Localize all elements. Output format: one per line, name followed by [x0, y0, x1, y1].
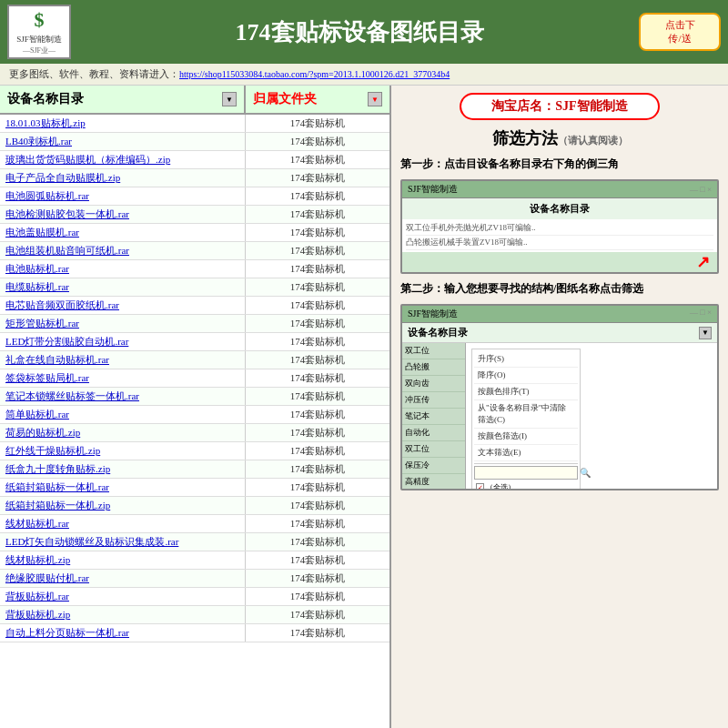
- cell-file-name[interactable]: 电池盖贴膜机.rar: [0, 224, 246, 241]
- cell-file-name[interactable]: 纸盒九十度转角贴标.zip: [0, 460, 246, 478]
- cell-folder: 174套贴标机: [246, 169, 389, 187]
- table-row: 筒单贴标机.rar 174套贴标机: [0, 406, 389, 424]
- cell-folder: 174套贴标机: [246, 278, 389, 296]
- cell-file-name[interactable]: 电池贴标机.rar: [0, 260, 246, 278]
- table-row: 纸箱封箱贴标一体机.rar 174套贴标机: [0, 479, 389, 497]
- cell-folder: 174套贴标机: [246, 388, 389, 405]
- menu-item[interactable]: 文本筛选(E): [474, 445, 578, 461]
- step2-list-item[interactable]: 冲压传: [402, 392, 465, 409]
- cell-file-name[interactable]: 矩形管贴标机.rar: [0, 315, 246, 332]
- cell-file-name[interactable]: LED灯矢自动锁螺丝及贴标识集成装.rar: [0, 533, 246, 551]
- table-row: LED灯带分割贴胶自动机.rar 174套贴标机: [0, 333, 389, 351]
- filter-all-item[interactable]: （全选）: [474, 481, 578, 489]
- cell-file-name[interactable]: 电芯贴音频双面胶纸机.rar: [0, 297, 246, 314]
- cell-file-name[interactable]: 自动上料分页贴标一体机.rar: [0, 624, 246, 642]
- table-row: 矩形管贴标机.rar 174套贴标机: [0, 315, 389, 333]
- cell-file-name[interactable]: 筒单贴标机.rar: [0, 406, 246, 423]
- cell-file-name[interactable]: LED灯带分割贴胶自动机.rar: [0, 333, 246, 350]
- step2-list-item[interactable]: 自动化: [402, 425, 465, 441]
- checkbox-all[interactable]: [476, 483, 484, 489]
- cell-file-name[interactable]: 礼盒在线自动贴标机.rar: [0, 351, 246, 369]
- cell-file-name[interactable]: 绝缘胶膜贴付机.rar: [0, 570, 246, 587]
- cell-folder: 174套贴标机: [246, 151, 389, 168]
- cell-file-name[interactable]: 笔记本锁螺丝贴标签一体机.rar: [0, 388, 246, 405]
- table-row: 电池圆弧贴标机.rar 174套贴标机: [0, 187, 389, 206]
- cell-file-name[interactable]: 背板贴标机.rar: [0, 588, 246, 605]
- step2-list-item[interactable]: 双向齿: [402, 376, 465, 392]
- col-name-dropdown[interactable]: ▼: [222, 92, 237, 106]
- table-row: 背板贴标机.zip 174套贴标机: [0, 606, 389, 624]
- cell-folder: 174套贴标机: [246, 588, 389, 605]
- filter-list: （全选）(FBO)自动贴标签机(FBO2)饮料瓶贴标机(STEF)大型全自组装机…: [474, 481, 578, 489]
- mini-window-rows: 双工位手机外壳抛光机ZV18可编输..凸轮搬运机械手装置ZV18可编输..: [402, 219, 717, 252]
- table-row: 电池组装机贴音响可纸机.rar 174套贴标机: [0, 242, 389, 260]
- table-row: 背板贴标机.rar 174套贴标机: [0, 588, 389, 606]
- step2-body: 双工位凸轮搬双向齿冲压传笔记本自动化双工位保压冷高精度自动检料带自端子搬 升序(…: [402, 343, 717, 489]
- menu-item[interactable]: 降序(O): [474, 368, 578, 384]
- cell-folder: 174套贴标机: [246, 497, 389, 514]
- cell-folder: 174套贴标机: [246, 479, 389, 496]
- menu-item[interactable]: 从"设备名称目录"中清除筛选(C): [474, 400, 578, 429]
- bubble-line1: 点击下: [648, 18, 712, 32]
- cell-folder: 174套贴标机: [246, 206, 389, 223]
- step2-dropdown[interactable]: ▼: [699, 327, 712, 339]
- cell-file-name[interactable]: 荷易的贴标机.zip: [0, 424, 246, 441]
- cell-folder: 174套贴标机: [246, 533, 389, 551]
- filter-title: 筛选方法（请认真阅读）: [391, 127, 728, 149]
- step2-list-item[interactable]: 保压冷: [402, 458, 465, 474]
- table-row: 纸箱封箱贴标一体机.zip 174套贴标机: [0, 497, 389, 515]
- cell-folder: 174套贴标机: [246, 460, 389, 478]
- cell-file-name[interactable]: 红外线干燥贴标机.zip: [0, 442, 246, 460]
- step2-title: 设备名称目录: [408, 326, 468, 339]
- step2-list-item[interactable]: 双工位: [402, 343, 465, 359]
- table-row: 线材贴标机.rar 174套贴标机: [0, 515, 389, 533]
- step2-menu: 升序(S)降序(O)按颜色排序(T)从"设备名称目录"中清除筛选(C)按颜色筛选…: [471, 349, 581, 489]
- subheader-link[interactable]: https://shop115033084.taobao.com/?spm=20…: [179, 69, 450, 79]
- table-row: 电芯贴音频双面胶纸机.rar 174套贴标机: [0, 297, 389, 315]
- cell-file-name[interactable]: 18.01.03贴标机.zip: [0, 115, 246, 132]
- step1-label: 第一步：点击目设备名称目录右下角的倒三角: [391, 153, 728, 176]
- table-row: 线材贴标机.zip 174套贴标机: [0, 551, 389, 570]
- step2-logo: SJF智能制造: [408, 308, 458, 320]
- step2-dropdown-area: 升序(S)降序(O)按颜色排序(T)从"设备名称目录"中清除筛选(C)按颜色筛选…: [466, 343, 717, 489]
- cell-folder: 174套贴标机: [246, 570, 389, 587]
- cell-file-name[interactable]: 线材贴标机.rar: [0, 515, 246, 532]
- mini-window-col-title: 设备名称目录: [402, 198, 717, 219]
- cell-file-name[interactable]: 玻璃出货货码贴膜机（标准编码）.zip: [0, 151, 246, 168]
- arrow-indicator: ↗: [402, 252, 717, 272]
- step2-header: SJF智能制造 — □ ×: [402, 306, 717, 323]
- step2-list-item[interactable]: 笔记本: [402, 409, 465, 425]
- menu-item[interactable]: 按颜色筛选(I): [474, 429, 578, 445]
- cell-file-name[interactable]: 电子产品全自动贴膜机.zip: [0, 169, 246, 187]
- header-bubble[interactable]: 点击下 传/送: [639, 13, 721, 51]
- search-input-mini[interactable]: [478, 469, 580, 478]
- menu-item[interactable]: 升序(S): [474, 351, 578, 368]
- cell-file-name[interactable]: 电缆贴标机.rar: [0, 278, 246, 296]
- cell-file-name[interactable]: 纸箱封箱贴标一体机.rar: [0, 479, 246, 496]
- cell-file-name[interactable]: 签袋标签贴局机.rar: [0, 369, 246, 387]
- cell-file-name[interactable]: 电池圆弧贴标机.rar: [0, 187, 246, 205]
- right-panel: 淘宝店名：SJF智能制造 筛选方法（请认真阅读） 第一步：点击目设备名称目录右下…: [391, 86, 728, 728]
- col-name-header: 设备名称目录 ▼: [0, 86, 246, 113]
- cell-file-name[interactable]: 电池组装机贴音响可纸机.rar: [0, 242, 246, 259]
- cell-file-name[interactable]: 线材贴标机.zip: [0, 551, 246, 569]
- step2-list-item[interactable]: 高精度: [402, 474, 465, 489]
- col-folder-dropdown[interactable]: ▼: [368, 92, 382, 106]
- cell-folder: 174套贴标机: [246, 624, 389, 642]
- cell-file-name[interactable]: 纸箱封箱贴标一体机.zip: [0, 497, 246, 514]
- col-folder-header: 归属文件夹 ▼: [246, 86, 389, 113]
- cell-folder: 174套贴标机: [246, 187, 389, 205]
- cell-file-name[interactable]: 电池检测贴胶包装一体机.rar: [0, 206, 246, 223]
- cell-folder: 174套贴标机: [246, 442, 389, 460]
- table-row: 荷易的贴标机.zip 174套贴标机: [0, 424, 389, 442]
- cell-file-name[interactable]: 背板贴标机.zip: [0, 606, 246, 623]
- menu-item[interactable]: 按颜色排序(T): [474, 384, 578, 400]
- step2-list-item[interactable]: 凸轮搬: [402, 359, 465, 376]
- table-row: 绝缘胶膜贴付机.rar 174套贴标机: [0, 570, 389, 588]
- subheader-prefix: 更多图纸、软件、教程、资料请进入：: [9, 67, 179, 81]
- table-row: 玻璃出货货码贴膜机（标准编码）.zip 174套贴标机: [0, 151, 389, 169]
- mini-window-step1: SJF智能制造 — □ × 设备名称目录 双工位手机外壳抛光机ZV18可编输..…: [400, 179, 719, 274]
- cell-file-name[interactable]: LB40剥标机.rar: [0, 133, 246, 150]
- step2-list-item[interactable]: 双工位: [402, 441, 465, 458]
- cell-folder: 174套贴标机: [246, 115, 389, 132]
